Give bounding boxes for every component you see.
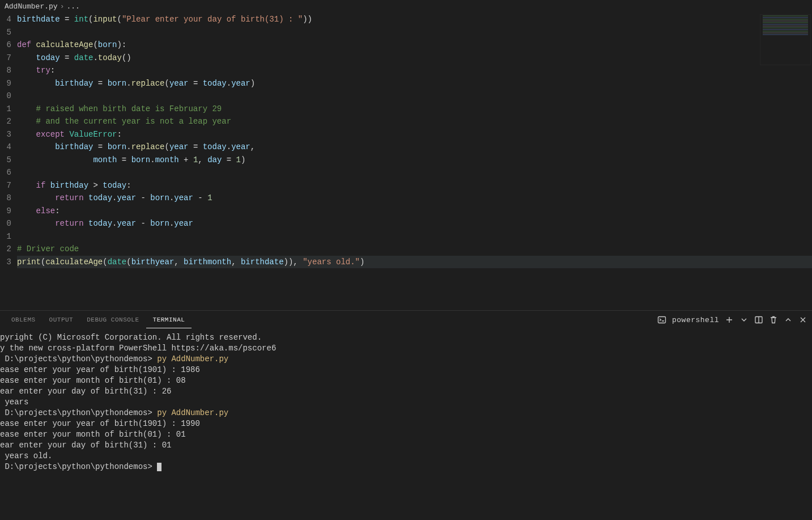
code-line[interactable]: else: [17,205,812,218]
line-number: 4 [0,13,11,26]
terminal-dropdown-icon[interactable] [739,315,749,324]
kill-terminal-icon[interactable] [769,315,778,324]
panel-tabs: OBLEMSOUTPUTDEBUG CONSOLETERMINAL powers… [0,311,812,329]
code-line[interactable] [17,26,812,39]
code-line[interactable]: birthdate = int(input("Plear enter your … [17,13,812,26]
terminal-line: ease enter your year of birth(1901) : 19… [0,418,812,429]
line-number: 5 [0,26,11,39]
line-number: 1 [0,103,11,116]
panel-actions: powershell [657,315,807,324]
terminal-line: ear enter your day of birth(31) : 01 [0,440,812,451]
terminal-line: ease enter your month of birth(01) : 08 [0,375,812,386]
code-line[interactable]: def calculateAge(born): [17,39,812,52]
panel-tab-debug-console[interactable]: DEBUG CONSOLE [80,312,146,328]
code-line[interactable]: return today.year - born.year [17,217,812,230]
line-number-gutter: 45678901234567890123 [0,13,17,310]
panel-tab-output[interactable]: OUTPUT [42,312,80,328]
split-terminal-icon[interactable] [754,315,763,324]
code-line[interactable]: birthday = born.replace(year = today.yea… [17,77,812,90]
terminal-line: ease enter your year of birth(1901) : 19… [0,365,812,375]
maximize-panel-icon[interactable] [784,315,793,324]
code-line[interactable]: print(calculateAge(date(birthyear, birth… [17,256,812,269]
code-line[interactable]: except ValueError: [17,128,812,141]
editor-area[interactable]: 45678901234567890123 birthdate = int(inp… [0,13,812,310]
terminal-line: ease enter your month of birth(01) : 01 [0,429,812,440]
breadcrumb-file[interactable]: AddNumber.py [5,2,58,11]
terminal-line: years [0,397,812,408]
line-number: 1 [0,230,11,243]
code-line[interactable]: birthday = born.replace(year = today.yea… [17,141,812,154]
line-number: 8 [0,64,11,77]
code-line[interactable]: # and the current year is not a leap yea… [17,115,812,128]
line-number: 4 [0,141,11,154]
code-line[interactable]: try: [17,64,812,77]
terminal-shell-label[interactable]: powershell [672,316,719,324]
terminal-shell-icon[interactable] [657,315,666,324]
close-panel-icon[interactable] [798,315,807,324]
line-number: 7 [0,52,11,65]
new-terminal-icon[interactable] [725,315,734,324]
terminal-line: D:\projects\python\pythondemos> py AddNu… [0,354,812,365]
code-line[interactable]: # Driver code [17,243,812,256]
panel-tab-terminal[interactable]: TERMINAL [146,312,192,328]
terminal-line: D:\projects\python\pythondemos> py AddNu… [0,408,812,418]
line-number: 2 [0,243,11,256]
terminal-line: pyright (C) Microsoft Corporation. All r… [0,332,812,343]
terminal-cursor [157,463,161,471]
code-line[interactable]: month = born.month + 1, day = 1) [17,154,812,167]
code-line[interactable] [17,90,812,103]
panel-tab-oblems[interactable]: OBLEMS [5,312,42,328]
breadcrumb-crumb[interactable]: ... [66,2,79,11]
line-number: 0 [0,90,11,103]
code-editor[interactable]: birthdate = int(input("Plear enter your … [17,13,812,310]
line-number: 6 [0,166,11,179]
minimap[interactable] [760,14,811,65]
code-line[interactable]: return today.year - born.year - 1 [17,192,812,205]
line-number: 8 [0,192,11,205]
line-number: 5 [0,154,11,167]
code-line[interactable]: # raised when birth date is February 29 [17,103,812,116]
line-number: 3 [0,256,11,269]
bottom-panel: OBLEMSOUTPUTDEBUG CONSOLETERMINAL powers… [0,310,812,520]
code-line[interactable] [17,230,812,243]
terminal-line: y the new cross-platform PowerShell http… [0,343,812,354]
terminal-line: ear enter your day of birth(31) : 26 [0,386,812,397]
breadcrumb[interactable]: AddNumber.py › ... [0,0,812,13]
terminal-line: D:\projects\python\pythondemos> [0,462,812,472]
terminal-line: years old. [0,451,812,462]
line-number: 9 [0,77,11,90]
svg-rect-0 [658,317,665,323]
code-line[interactable]: today = date.today() [17,52,812,65]
line-number: 9 [0,205,11,218]
line-number: 0 [0,217,11,230]
code-line[interactable]: if birthday > today: [17,179,812,192]
code-line[interactable] [17,166,812,179]
line-number: 7 [0,179,11,192]
breadcrumb-separator: › [60,2,65,11]
line-number: 3 [0,128,11,141]
line-number: 2 [0,115,11,128]
line-number: 6 [0,39,11,52]
terminal-output[interactable]: pyright (C) Microsoft Corporation. All r… [0,329,812,520]
